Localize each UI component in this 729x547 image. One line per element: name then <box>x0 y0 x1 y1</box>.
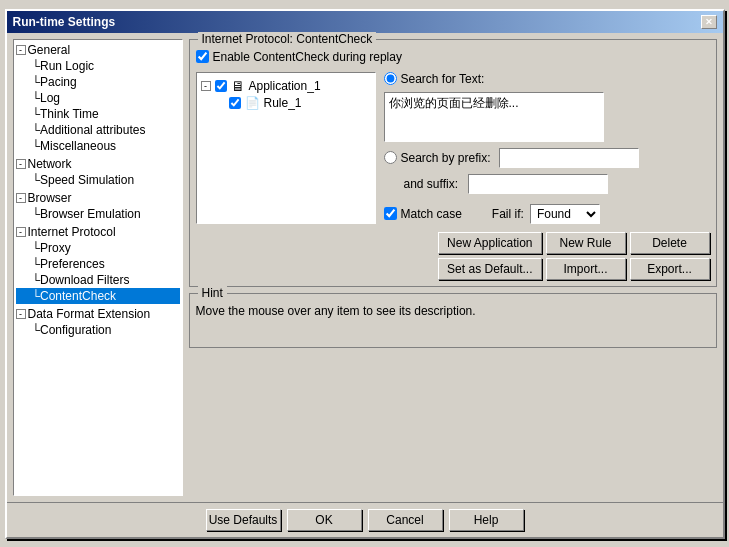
sidebar-item-additional-attributes[interactable]: └ Additional attributes <box>16 122 180 138</box>
dash-icon: └ <box>32 289 41 303</box>
dash-icon: └ <box>32 59 41 73</box>
search-text-radio[interactable] <box>384 72 397 85</box>
sidebar-item-data-format-extension[interactable]: - Data Format Extension <box>16 306 180 322</box>
sidebar-item-preferences[interactable]: └ Preferences <box>16 256 180 272</box>
expand-network-icon[interactable]: - <box>16 159 26 169</box>
sidebar-item-miscellaneous[interactable]: └ Miscellaneous <box>16 138 180 154</box>
rule1-label: Rule_1 <box>264 96 302 110</box>
import-button[interactable]: Import... <box>546 258 626 280</box>
bottom-bar: Use Defaults OK Cancel Help <box>7 502 723 537</box>
suffix-input[interactable] <box>468 174 608 194</box>
dash-icon: └ <box>32 123 41 137</box>
sidebar-label-think-time: Think Time <box>40 107 99 121</box>
sidebar-label-browser: Browser <box>28 191 72 205</box>
cancel-button[interactable]: Cancel <box>368 509 443 531</box>
app-icon: 🖥 <box>231 78 245 94</box>
new-application-button[interactable]: New Application <box>438 232 541 254</box>
expand-internet-protocol-icon[interactable]: - <box>16 227 26 237</box>
expand-browser-icon[interactable]: - <box>16 193 26 203</box>
dash-icon: └ <box>32 107 41 121</box>
use-defaults-button[interactable]: Use Defaults <box>206 509 281 531</box>
sidebar-label-log: Log <box>40 91 60 105</box>
ok-button[interactable]: OK <box>287 509 362 531</box>
sidebar-item-configuration[interactable]: └ Configuration <box>16 322 180 338</box>
sidebar-label-proxy: Proxy <box>40 241 71 255</box>
sidebar-item-think-time[interactable]: └ Think Time <box>16 106 180 122</box>
search-text-input-row <box>384 92 710 142</box>
match-case-label: Match case <box>401 207 462 221</box>
close-button[interactable]: ✕ <box>701 15 717 29</box>
set-as-default-button[interactable]: Set as Default... <box>438 258 541 280</box>
dash-icon: └ <box>32 241 41 255</box>
search-text-label: Search for Text: <box>401 72 485 86</box>
sidebar-label-general: General <box>28 43 71 57</box>
title-bar: Run-time Settings ✕ <box>7 11 723 33</box>
new-rule-button[interactable]: New Rule <box>546 232 626 254</box>
expand-data-format-icon[interactable]: - <box>16 309 26 319</box>
rule1-checkbox[interactable] <box>229 97 241 109</box>
help-button[interactable]: Help <box>449 509 524 531</box>
app-tree-panel: - 🖥 Application_1 📄 Rule_1 <box>196 72 376 224</box>
sidebar-tree: - General └ Run Logic └ Pacing └ Log └ T… <box>13 39 183 496</box>
dash-icon: └ <box>32 323 41 337</box>
sidebar-item-download-filters[interactable]: └ Download Filters <box>16 272 180 288</box>
sidebar-item-general[interactable]: - General <box>16 42 180 58</box>
sidebar-item-browser-emulation[interactable]: └ Browser Emulation <box>16 206 180 222</box>
sidebar-item-log[interactable]: └ Log <box>16 90 180 106</box>
sidebar-item-content-check[interactable]: └ ContentCheck <box>16 288 180 304</box>
dash-icon: └ <box>32 273 41 287</box>
main-window: Run-time Settings ✕ - General └ Run Logi… <box>5 9 725 539</box>
app-tree-item-app1[interactable]: - 🖥 Application_1 <box>201 77 371 95</box>
search-text-input[interactable] <box>384 92 604 142</box>
dash-icon: └ <box>32 139 41 153</box>
sidebar-item-browser[interactable]: - Browser <box>16 190 180 206</box>
sidebar-item-pacing[interactable]: └ Pacing <box>16 74 180 90</box>
delete-button[interactable]: Delete <box>630 232 710 254</box>
title-bar-buttons: ✕ <box>701 15 717 29</box>
dash-icon: └ <box>32 91 41 105</box>
match-case-checkbox[interactable] <box>384 207 397 220</box>
export-button[interactable]: Export... <box>630 258 710 280</box>
sidebar-item-network[interactable]: - Network <box>16 156 180 172</box>
suffix-label: and suffix: <box>404 177 458 191</box>
content-area: - General └ Run Logic └ Pacing └ Log └ T… <box>7 33 723 502</box>
fail-if-row: Fail if: Found Not Found <box>492 204 600 224</box>
hint-title: Hint <box>198 286 227 300</box>
dash-icon: └ <box>32 173 41 187</box>
right-settings-panel: Search for Text: Search by prefix: and s… <box>384 72 710 224</box>
search-prefix-label: Search by prefix: <box>401 151 491 165</box>
expand-general-icon[interactable]: - <box>16 45 26 55</box>
sidebar-item-run-logic[interactable]: └ Run Logic <box>16 58 180 74</box>
search-prefix-radio[interactable] <box>384 151 397 164</box>
fail-if-dropdown[interactable]: Found Not Found <box>530 204 600 224</box>
sidebar-label-internet-protocol: Internet Protocol <box>28 225 116 239</box>
window-title: Run-time Settings <box>13 15 116 29</box>
enable-checkbox[interactable] <box>196 50 209 63</box>
sidebar-label-configuration: Configuration <box>40 323 111 337</box>
hint-group: Hint Move the mouse over any item to see… <box>189 293 717 348</box>
match-case-row: Match case Fail if: Found Not Found <box>384 204 710 224</box>
suffix-row: and suffix: <box>404 174 710 194</box>
main-content-area: - 🖥 Application_1 📄 Rule_1 <box>196 72 710 224</box>
prefix-input[interactable] <box>499 148 639 168</box>
app1-checkbox[interactable] <box>215 80 227 92</box>
fail-if-label: Fail if: <box>492 207 524 221</box>
sidebar-item-proxy[interactable]: └ Proxy <box>16 240 180 256</box>
enable-checkbox-row: Enable ContentCheck during replay <box>196 50 710 64</box>
search-prefix-radio-row: Search by prefix: <box>384 148 710 168</box>
content-check-group: Internet Protocol: ContentCheck Enable C… <box>189 39 717 287</box>
sidebar-item-internet-protocol[interactable]: - Internet Protocol <box>16 224 180 240</box>
sidebar-label-additional-attributes: Additional attributes <box>40 123 145 137</box>
sidebar-label-network: Network <box>28 157 72 171</box>
dash-icon: └ <box>32 75 41 89</box>
action-buttons-row-2: Set as Default... Import... Export... <box>196 258 710 280</box>
sidebar-label-pacing: Pacing <box>40 75 77 89</box>
sidebar-label-download-filters: Download Filters <box>40 273 129 287</box>
app-tree-item-rule1[interactable]: 📄 Rule_1 <box>201 95 371 111</box>
sidebar-item-speed-simulation[interactable]: └ Speed Simulation <box>16 172 180 188</box>
sidebar-label-miscellaneous: Miscellaneous <box>40 139 116 153</box>
expand-app1-icon[interactable]: - <box>201 81 211 91</box>
rule-icon: 📄 <box>245 96 260 110</box>
app1-label: Application_1 <box>249 79 321 93</box>
sidebar-label-speed-simulation: Speed Simulation <box>40 173 134 187</box>
